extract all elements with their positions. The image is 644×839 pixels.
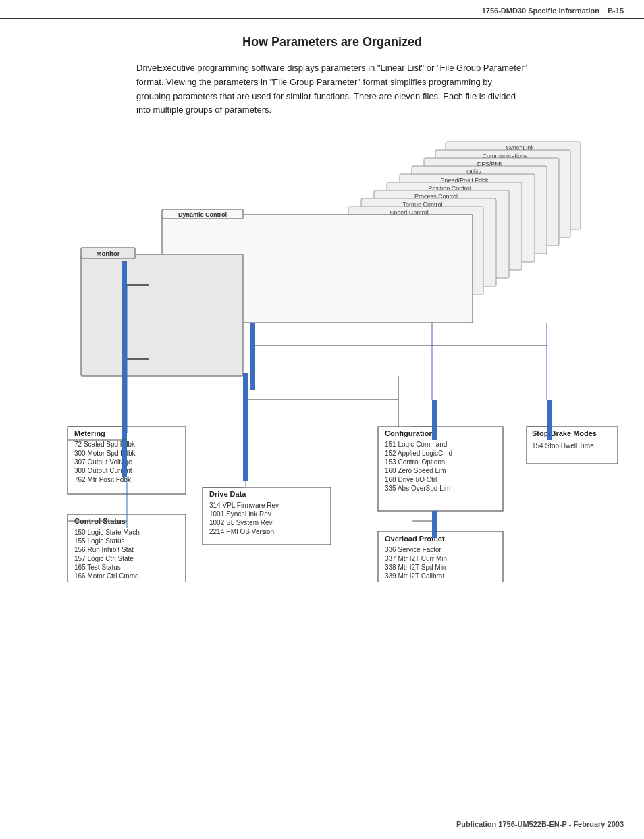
doc-title: 1756-DMD30 Specific Information bbox=[482, 7, 599, 15]
svg-text:150   Logic State Mach: 150 Logic State Mach bbox=[74, 529, 140, 536]
svg-text:160   Zero Speed Lim: 160 Zero Speed Lim bbox=[385, 467, 446, 475]
svg-text:1002   SL System Rev: 1002 SL System Rev bbox=[209, 519, 273, 526]
diagram-svg: SynchLink Communications DFS/PMI Utility… bbox=[54, 136, 621, 582]
svg-text:168   Drive I/O Ctrl: 168 Drive I/O Ctrl bbox=[385, 476, 437, 483]
svg-rect-87 bbox=[250, 323, 255, 390]
svg-text:339   Mtr I2T Calibrat: 339 Mtr I2T Calibrat bbox=[385, 572, 444, 580]
svg-text:314     VPL Firmware Rev: 314 VPL Firmware Rev bbox=[209, 502, 279, 509]
header-info: 1756-DMD30 Specific Information B-15 bbox=[482, 7, 624, 15]
svg-text:2214   PMI OS Version: 2214 PMI OS Version bbox=[209, 528, 274, 535]
svg-text:166   Motor Ctrl Cmmd: 166 Motor Ctrl Cmmd bbox=[74, 572, 139, 580]
configuration-box: Configuration 151 Logic Command 152 Appl… bbox=[378, 400, 503, 511]
svg-text:335   Abs OverSpd Lim: 335 Abs OverSpd Lim bbox=[385, 485, 450, 492]
svg-text:336   Service Factor: 336 Service Factor bbox=[385, 546, 442, 553]
svg-text:1001   SynchLink Rev: 1001 SynchLink Rev bbox=[209, 510, 271, 518]
svg-text:165   Test Status: 165 Test Status bbox=[74, 564, 121, 571]
svg-text:Metering: Metering bbox=[74, 429, 105, 437]
page-title: How Parameters are Organized bbox=[54, 35, 610, 49]
svg-text:152   Applied LogicCmd: 152 Applied LogicCmd bbox=[385, 450, 452, 457]
svg-text:153   Control Options: 153 Control Options bbox=[385, 458, 445, 466]
svg-text:Drive Data: Drive Data bbox=[209, 490, 246, 498]
svg-text:Monitor: Monitor bbox=[97, 250, 120, 257]
svg-text:340   Mtr I2T Trp ThrH: 340 Mtr I2T Trp ThrH bbox=[385, 581, 448, 582]
main-content: How Parameters are Organized DriveExecut… bbox=[0, 19, 644, 598]
svg-text:338   Mtr I2T Spd Min: 338 Mtr I2T Spd Min bbox=[385, 564, 446, 571]
svg-rect-40 bbox=[122, 261, 127, 477]
svg-text:151   Logic Command: 151 Logic Command bbox=[385, 441, 447, 448]
drive-data-box: Drive Data 314 VPL Firmware Rev 1001 Syn… bbox=[203, 454, 331, 545]
svg-rect-70 bbox=[432, 400, 437, 440]
publication-info: Publication 1756-UM522B-EN-P - February … bbox=[456, 820, 624, 828]
svg-text:167   Motor Ctrl Ackn: 167 Motor Ctrl Ackn bbox=[74, 581, 134, 582]
svg-text:157   Logic Ctrl State: 157 Logic Ctrl State bbox=[74, 555, 134, 562]
page-header: 1756-DMD30 Specific Information B-15 bbox=[0, 0, 644, 19]
page-footer: Publication 1756-UM522B-EN-P - February … bbox=[456, 820, 624, 828]
svg-rect-21 bbox=[81, 254, 243, 376]
parameter-diagram: SynchLink Communications DFS/PMI Utility… bbox=[54, 136, 621, 582]
svg-text:156   Run Inhibit Stat: 156 Run Inhibit Stat bbox=[74, 546, 134, 553]
svg-text:Configuration: Configuration bbox=[385, 429, 433, 437]
svg-text:Dynamic Control: Dynamic Control bbox=[178, 211, 227, 218]
svg-rect-85 bbox=[547, 400, 552, 440]
page-number: B-15 bbox=[608, 7, 624, 15]
svg-rect-81 bbox=[432, 511, 437, 538]
svg-text:337   Mtr I2T Curr Min: 337 Mtr I2T Curr Min bbox=[385, 555, 447, 562]
stop-brake-modes-box: Stop/Brake Modes 154 Stop Dwell Time bbox=[527, 400, 618, 464]
svg-text:Stop/Brake Modes: Stop/Brake Modes bbox=[532, 429, 597, 437]
svg-text:154   Stop Dwell Time: 154 Stop Dwell Time bbox=[532, 442, 594, 450]
overload-protect-box: Overload Protect 336 Service Factor 337 … bbox=[378, 511, 503, 582]
svg-text:155   Logic Status: 155 Logic Status bbox=[74, 537, 125, 545]
intro-paragraph: DriveExecutive programming software disp… bbox=[136, 61, 528, 117]
